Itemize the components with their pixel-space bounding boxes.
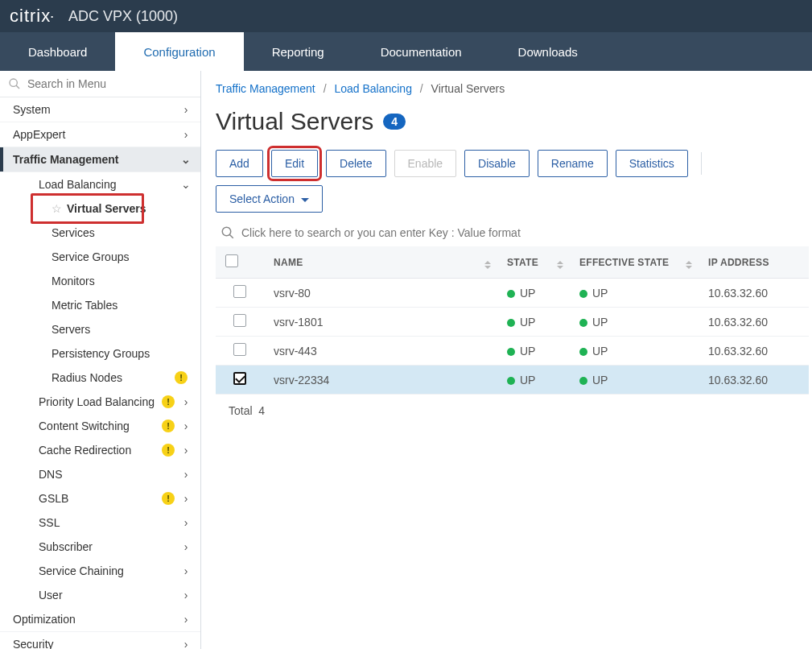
toolbar: Add Edit Delete Enable Disable Rename St… bbox=[216, 150, 812, 213]
cell-state: UP bbox=[497, 366, 570, 395]
sidebar-item-traffic-management[interactable]: Traffic Management⌄ bbox=[0, 147, 200, 172]
row-checkbox[interactable] bbox=[233, 285, 246, 298]
sidebar-item-subscriber[interactable]: Subscriber› bbox=[0, 535, 200, 559]
sidebar-search[interactable] bbox=[0, 71, 200, 97]
warning-icon: ! bbox=[162, 420, 175, 432]
total-row: Total 4 bbox=[216, 395, 812, 427]
breadcrumb-sep: / bbox=[324, 82, 327, 95]
add-button[interactable]: Add bbox=[216, 150, 263, 177]
statistics-button[interactable]: Statistics bbox=[616, 150, 688, 177]
sidebar-item-service-groups[interactable]: Service Groups bbox=[0, 245, 200, 269]
tab-downloads[interactable]: Downloads bbox=[490, 32, 606, 71]
sidebar-item-system[interactable]: System› bbox=[0, 97, 200, 122]
chevron-down-icon: ⌄ bbox=[179, 153, 192, 166]
sidebar-item-optimization[interactable]: Optimization› bbox=[0, 607, 200, 632]
col-state[interactable]: STATE bbox=[497, 246, 570, 279]
page-title: Virtual Servers bbox=[216, 108, 373, 135]
select-action-dropdown[interactable]: Select Action bbox=[216, 185, 323, 213]
sidebar-item-label: Metric Tables bbox=[52, 299, 192, 312]
cell-ip: 10.63.32.60 bbox=[699, 308, 809, 337]
sidebar-item-gslb[interactable]: GSLB!› bbox=[0, 486, 200, 511]
chevron-right-icon: › bbox=[179, 492, 192, 505]
row-checkbox[interactable] bbox=[233, 343, 246, 356]
chevron-down-icon: ⌄ bbox=[179, 178, 192, 191]
star-icon: ☆ bbox=[52, 202, 62, 215]
table-row[interactable]: vsrv-1801UPUP10.63.32.60 bbox=[216, 308, 809, 337]
breadcrumb-sep: / bbox=[420, 82, 423, 95]
status-dot-icon bbox=[507, 319, 515, 327]
table-search[interactable] bbox=[216, 222, 812, 243]
cell-name: vsrv-443 bbox=[264, 337, 497, 366]
chevron-right-icon: › bbox=[179, 564, 192, 577]
sidebar-item-cache-redirection[interactable]: Cache Redirection!› bbox=[0, 438, 200, 462]
cell-name: vsrv-1801 bbox=[264, 308, 497, 337]
tab-dashboard[interactable]: Dashboard bbox=[0, 32, 115, 71]
sidebar-item-ssl[interactable]: SSL› bbox=[0, 511, 200, 535]
sidebar-item-label: User bbox=[39, 589, 179, 601]
sidebar-item-service-chaining[interactable]: Service Chaining› bbox=[0, 559, 200, 583]
cell-name: vsrv-22334 bbox=[264, 366, 497, 395]
sidebar-item-monitors[interactable]: Monitors bbox=[0, 269, 200, 293]
status-dot-icon bbox=[507, 348, 515, 356]
sidebar-item-priority-load-balancing[interactable]: Priority Load Balancing!› bbox=[0, 390, 200, 414]
status-dot-icon bbox=[579, 377, 587, 385]
tab-configuration[interactable]: Configuration bbox=[115, 32, 243, 71]
sidebar-item-servers[interactable]: Servers bbox=[0, 317, 200, 341]
warning-icon: ! bbox=[162, 444, 175, 457]
sidebar-item-label: Services bbox=[52, 226, 192, 239]
sidebar: System›AppExpert›Traffic Management⌄Load… bbox=[0, 71, 201, 649]
chevron-right-icon: › bbox=[179, 128, 192, 141]
row-checkbox[interactable] bbox=[233, 314, 246, 327]
sidebar-item-label: Optimization bbox=[13, 613, 179, 626]
tab-documentation[interactable]: Documentation bbox=[352, 32, 490, 71]
sidebar-item-metric-tables[interactable]: Metric Tables bbox=[0, 293, 200, 317]
enable-button[interactable]: Enable bbox=[394, 150, 457, 177]
chevron-right-icon: › bbox=[179, 516, 192, 529]
svg-point-2 bbox=[222, 227, 231, 236]
breadcrumb-link[interactable]: Load Balancing bbox=[334, 82, 412, 95]
status-dot-icon bbox=[579, 319, 587, 327]
breadcrumb-current: Virtual Servers bbox=[431, 82, 505, 95]
rename-button[interactable]: Rename bbox=[538, 150, 608, 177]
warning-icon: ! bbox=[162, 492, 175, 505]
sidebar-item-services[interactable]: Services bbox=[0, 221, 200, 245]
cell-effective-state: UP bbox=[570, 279, 699, 308]
tab-reporting[interactable]: Reporting bbox=[244, 32, 352, 71]
sidebar-item-load-balancing[interactable]: Load Balancing⌄ bbox=[0, 172, 200, 196]
sidebar-item-appexpert[interactable]: AppExpert› bbox=[0, 122, 200, 147]
cell-ip: 10.63.32.60 bbox=[699, 279, 809, 308]
content-area: Traffic Management / Load Balancing / Vi… bbox=[201, 71, 812, 649]
sidebar-item-virtual-servers[interactable]: ☆Virtual Servers bbox=[0, 196, 200, 221]
sidebar-item-radius-nodes[interactable]: Radius Nodes! bbox=[0, 366, 200, 390]
select-all-checkbox[interactable] bbox=[225, 254, 238, 267]
svg-line-1 bbox=[16, 85, 19, 89]
edit-button[interactable]: Edit bbox=[271, 150, 318, 177]
col-name[interactable]: NAME bbox=[264, 246, 497, 279]
delete-button[interactable]: Delete bbox=[326, 150, 385, 177]
sidebar-item-label: Subscriber bbox=[39, 540, 179, 553]
svg-point-0 bbox=[10, 79, 17, 86]
sidebar-item-content-switching[interactable]: Content Switching!› bbox=[0, 414, 200, 438]
sidebar-item-security[interactable]: Security› bbox=[0, 632, 200, 649]
sidebar-item-dns[interactable]: DNS› bbox=[0, 462, 200, 486]
sidebar-item-user[interactable]: User› bbox=[0, 583, 200, 607]
table-row[interactable]: vsrv-22334UPUP10.63.32.60 bbox=[216, 366, 809, 395]
table-search-input[interactable] bbox=[241, 226, 807, 239]
sidebar-item-label: Servers bbox=[52, 323, 192, 336]
cell-effective-state: UP bbox=[570, 366, 699, 395]
status-dot-icon bbox=[507, 377, 515, 385]
col-ip[interactable]: IP ADDRESS bbox=[699, 246, 809, 279]
col-effective-state[interactable]: EFFECTIVE STATE bbox=[570, 246, 699, 279]
cell-effective-state: UP bbox=[570, 337, 699, 366]
breadcrumb-link[interactable]: Traffic Management bbox=[216, 82, 315, 95]
sidebar-search-input[interactable] bbox=[27, 77, 192, 90]
sidebar-item-label: Cache Redirection bbox=[39, 444, 162, 457]
table-row[interactable]: vsrv-443UPUP10.63.32.60 bbox=[216, 337, 809, 366]
row-checkbox[interactable] bbox=[233, 372, 246, 385]
status-dot-icon bbox=[579, 290, 587, 298]
disable-button[interactable]: Disable bbox=[464, 150, 530, 177]
chevron-right-icon: › bbox=[179, 444, 192, 457]
table-row[interactable]: vsrv-80UPUP10.63.32.60 bbox=[216, 279, 809, 308]
sidebar-item-label: Security bbox=[13, 638, 179, 649]
sidebar-item-persistency-groups[interactable]: Persistency Groups bbox=[0, 341, 200, 366]
